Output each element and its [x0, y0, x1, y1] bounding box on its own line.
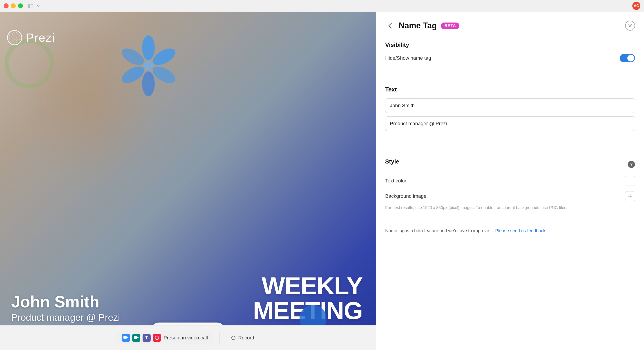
- video-container: Prezi John Smith Product manager @ Prezi: [0, 12, 376, 350]
- svg-rect-25: [124, 336, 126, 339]
- avatar[interactable]: AC: [632, 2, 640, 10]
- svg-rect-27: [134, 336, 137, 339]
- svg-rect-2: [31, 6, 33, 6]
- text-color-label: Text color: [385, 178, 406, 184]
- style-section-title: Style: [385, 158, 399, 165]
- bg-image-hint: For best results, use 1920 x 360px (pixe…: [385, 205, 635, 211]
- titlebar-icons: [28, 3, 41, 9]
- text-section-title: Text: [385, 86, 635, 93]
- name-text-input[interactable]: [385, 98, 635, 113]
- add-bg-image-button[interactable]: [625, 191, 635, 201]
- meeting-line1: WEEKLY: [253, 273, 362, 298]
- svg-marker-26: [127, 336, 128, 338]
- svg-rect-3: [31, 7, 33, 8]
- feedback-text: Name tag is a beta feature and we’d love…: [385, 227, 635, 234]
- visibility-title: Visibility: [385, 42, 635, 48]
- panel-title: Name Tag: [399, 21, 437, 30]
- main-area: Prezi John Smith Product manager @ Prezi: [0, 12, 644, 350]
- chevron-down-icon[interactable]: [35, 3, 41, 9]
- visibility-section: Visibility Hide/Show name tag: [385, 42, 635, 62]
- titlebar: AC: [0, 0, 644, 12]
- record-icon: [232, 336, 236, 340]
- minimize-traffic-light[interactable]: [11, 3, 16, 8]
- bottom-action-bar: T Present in video call Record: [0, 325, 376, 350]
- svg-rect-0: [28, 4, 30, 8]
- titlebar-right: AC: [632, 2, 640, 10]
- webex-icon: [153, 334, 161, 342]
- hide-show-row: Hide/Show name tag: [385, 54, 635, 62]
- teams-icon: T: [142, 334, 151, 342]
- app-icons: T: [122, 334, 161, 342]
- divider-2: [385, 151, 635, 151]
- name-tag-video-overlay: John Smith Product manager @ Prezi: [11, 293, 120, 323]
- divider-1: [385, 79, 635, 79]
- present-in-video-call-button[interactable]: T Present in video call: [116, 331, 214, 345]
- hide-show-label: Hide/Show name tag: [385, 55, 431, 61]
- maximize-traffic-light[interactable]: [18, 3, 23, 8]
- help-icon[interactable]: ?: [628, 161, 635, 168]
- back-button[interactable]: [385, 21, 395, 31]
- record-button[interactable]: Record: [225, 332, 260, 344]
- text-color-row: Text color: [385, 176, 635, 186]
- style-header: Style ?: [385, 158, 635, 170]
- svg-rect-1: [31, 4, 33, 5]
- divider-line: [220, 332, 220, 343]
- bg-image-label: Background image: [385, 193, 426, 199]
- zoom-icon: [122, 334, 130, 342]
- role-text-input[interactable]: [385, 116, 635, 131]
- video-role-text: Product manager @ Prezi: [11, 312, 120, 323]
- record-label: Record: [238, 335, 254, 341]
- style-section: Style ? Text color Background image For …: [385, 158, 635, 218]
- toggle-knob: [627, 55, 634, 62]
- sidebar-toggle-icon[interactable]: [28, 3, 34, 9]
- text-color-swatch[interactable]: [625, 176, 635, 186]
- feedback-link[interactable]: Please send us feedback.: [495, 228, 547, 233]
- traffic-lights: [4, 3, 23, 8]
- present-label: Present in video call: [164, 335, 208, 341]
- hide-show-toggle[interactable]: [620, 54, 635, 62]
- video-name-text: John Smith: [11, 293, 120, 311]
- svg-marker-28: [137, 336, 139, 338]
- close-traffic-light[interactable]: [4, 3, 8, 8]
- beta-badge: BETA: [441, 23, 459, 29]
- meet-icon: [132, 334, 140, 342]
- bg-image-row: Background image: [385, 191, 635, 201]
- text-section: Text: [385, 86, 635, 134]
- right-panel: Name Tag BETA Visibility Hide/Show name …: [376, 12, 644, 350]
- feedback-description: Name tag is a beta feature and we’d love…: [385, 228, 494, 233]
- panel-header: Name Tag BETA: [385, 21, 635, 31]
- close-panel-button[interactable]: [625, 21, 635, 31]
